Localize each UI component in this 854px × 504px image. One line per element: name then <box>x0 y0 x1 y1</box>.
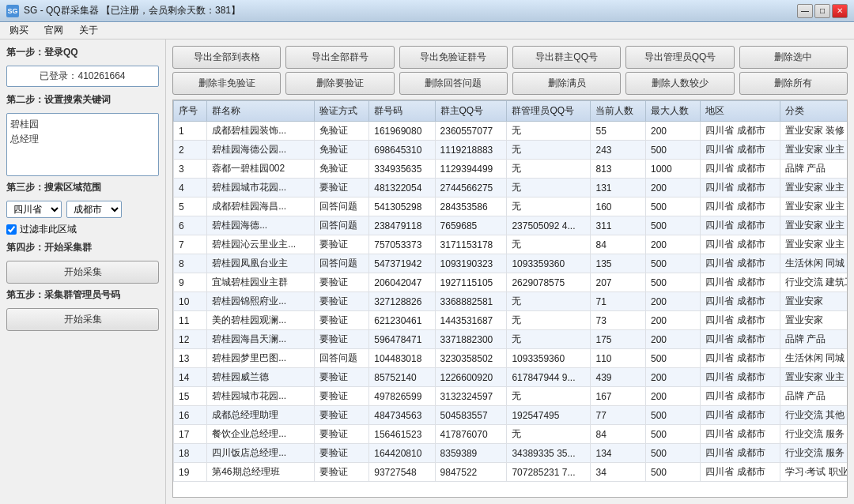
table-cell: 宜城碧桂园业主群 <box>207 273 315 292</box>
table-cell: 500 <box>645 254 701 273</box>
table-cell: 1927115105 <box>435 273 507 292</box>
table-cell: 回答问题 <box>314 197 369 216</box>
table-cell: 200 <box>645 368 701 387</box>
export-owner-btn[interactable]: 导出群主QQ号 <box>512 46 621 69</box>
table-cell: 蓉都一碧桂园002 <box>207 160 315 179</box>
table-cell: 四川省 成都市 <box>701 160 780 179</box>
table-cell: 3171153178 <box>435 235 507 254</box>
table-cell: 四川饭店总经理... <box>207 444 315 463</box>
col-admin: 群管理员QQ号 <box>507 101 591 122</box>
table-cell: 84 <box>591 425 646 444</box>
table-row[interactable]: 3蓉都一碧桂园002免验证3349356351129394499无8131000… <box>174 160 848 179</box>
left-panel: 第一步：登录QQ 已登录：410261664 第二步：设置搜索关键词 碧桂园 总… <box>0 39 166 504</box>
title-bar: SG SG - QQ群采集器 【已注册，会员剩余天数：381】 — □ ✕ <box>0 0 854 22</box>
delete-nonfree-btn[interactable]: 删除非免验证 <box>172 72 281 95</box>
table-cell: 85752140 <box>369 368 435 387</box>
table-cell: 3371882300 <box>435 330 507 349</box>
region-selectors: 四川省 成都市 <box>6 201 159 218</box>
keyword-textarea[interactable]: 碧桂园 总经理 <box>6 113 159 176</box>
table-cell: 要验证 <box>314 311 369 330</box>
menu-website[interactable]: 官网 <box>41 23 66 38</box>
delete-selected-btn[interactable]: 删除选中 <box>739 46 848 69</box>
table-cell: 免验证 <box>314 122 369 141</box>
table-row[interactable]: 1成都碧桂园装饰...免验证1619690802360557077无55200四… <box>174 122 848 141</box>
keyword-line1: 碧桂园 <box>10 117 155 132</box>
table-cell: 要验证 <box>314 444 369 463</box>
table-cell: 无 <box>507 160 591 179</box>
table-cell: 碧桂园海德... <box>207 216 315 235</box>
delete-all-btn[interactable]: 删除所有 <box>739 72 848 95</box>
table-cell: 无 <box>507 122 591 141</box>
table-cell: 481322054 <box>369 179 435 197</box>
delete-answer-btn[interactable]: 删除回答问题 <box>399 72 508 95</box>
table-cell: 餐饮企业总经理... <box>207 425 315 444</box>
table-row[interactable]: 12碧桂园海昌天澜...要验证5964784713371882300无17520… <box>174 330 848 349</box>
table-row[interactable]: 8碧桂园凤凰台业主回答问题547371942109319032310933593… <box>174 254 848 273</box>
table-cell: 417876070 <box>435 425 507 444</box>
table-row[interactable]: 18四川饭店总经理...要验证164420810835938934389335 … <box>174 444 848 463</box>
export-all-table-btn[interactable]: 导出全部到表格 <box>172 46 281 69</box>
city-select[interactable]: 成都市 <box>66 201 122 218</box>
table-cell: 无 <box>507 179 591 197</box>
table-cell: 第46期总经理班 <box>207 463 315 482</box>
col-category: 分类 <box>780 101 848 122</box>
export-noverify-btn[interactable]: 导出免验证群号 <box>399 46 508 69</box>
table-header-row: 序号 群名称 验证方式 群号码 群主QQ号 群管理员QQ号 当前人数 最大人数 … <box>174 101 848 122</box>
table-cell: 成都总经理助理 <box>207 406 315 425</box>
table-cell: 四川省 成都市 <box>701 368 780 387</box>
table-row[interactable]: 16成都总经理助理要验证4847345635045835571925474957… <box>174 406 848 425</box>
delete-few-btn[interactable]: 删除人数较少 <box>625 72 734 95</box>
table-row[interactable]: 2碧桂园海德公园...免验证6986453101119218883无243500… <box>174 141 848 160</box>
delete-verify-btn[interactable]: 删除要验证 <box>285 72 394 95</box>
table-cell: 504583557 <box>435 406 507 425</box>
table-cell: 500 <box>645 349 701 368</box>
table-cell: 回答问题 <box>314 216 369 235</box>
table-cell: 238479118 <box>369 216 435 235</box>
menu-buy[interactable]: 购买 <box>6 23 32 38</box>
table-cell: 置业安家 <box>780 311 848 330</box>
province-select[interactable]: 四川省 <box>6 201 62 218</box>
table-cell: 置业安家 业主 <box>780 216 848 235</box>
table-cell: 500 <box>645 425 701 444</box>
table-row[interactable]: 13碧桂园梦里巴图...回答问题104483018323035850210933… <box>174 349 848 368</box>
table-row[interactable]: 7碧桂园沁云里业主...要验证7570533733171153178无84200… <box>174 235 848 254</box>
table-row[interactable]: 14碧桂园威兰德要验证857521401226600920617847944 9… <box>174 368 848 387</box>
table-cell: 73 <box>591 311 646 330</box>
table-cell: 无 <box>507 141 591 160</box>
table-row[interactable]: 9宜城碧桂园业主群要验证2060420471927115105262907857… <box>174 273 848 292</box>
export-all-group-btn[interactable]: 导出全部群号 <box>285 46 394 69</box>
table-cell: 2744566275 <box>435 179 507 197</box>
step4-start-button[interactable]: 开始采集 <box>6 261 159 284</box>
table-row[interactable]: 17餐饮企业总经理...要验证156461523417876070无84500四… <box>174 425 848 444</box>
table-cell: 行业交流 服务 <box>780 425 848 444</box>
table-cell: 四川省 成都市 <box>701 425 780 444</box>
table-row[interactable]: 11美的碧桂园观澜...要验证6212304611443531687无73200… <box>174 311 848 330</box>
table-cell: 四川省 成都市 <box>701 273 780 292</box>
export-admin-btn[interactable]: 导出管理员QQ号 <box>625 46 734 69</box>
table-cell: 160 <box>591 197 646 216</box>
col-max: 最大人数 <box>645 101 701 122</box>
col-region: 地区 <box>701 101 780 122</box>
table-row[interactable]: 15碧桂园城市花园...要验证4978265993132324597无16720… <box>174 387 848 406</box>
data-table-container[interactable]: 序号 群名称 验证方式 群号码 群主QQ号 群管理员QQ号 当前人数 最大人数 … <box>172 100 848 498</box>
table-row[interactable]: 5成都碧桂园海昌...回答问题541305298284353586无160500… <box>174 197 848 216</box>
table-cell: 碧桂园凤凰台业主 <box>207 254 315 273</box>
table-row[interactable]: 19第46期总经理班要验证937275489847522707285231 7.… <box>174 463 848 482</box>
filter-checkbox[interactable] <box>6 224 17 235</box>
menu-about[interactable]: 关于 <box>76 23 101 38</box>
table-cell: 置业安家 业主 <box>780 197 848 216</box>
window-controls[interactable]: — □ ✕ <box>797 4 848 18</box>
table-cell: 1093190323 <box>435 254 507 273</box>
table-row[interactable]: 6碧桂园海德...回答问题2384791187659685237505092 4… <box>174 216 848 235</box>
col-name: 群名称 <box>207 101 315 122</box>
step5-start-button[interactable]: 开始采集 <box>6 308 159 331</box>
maximize-button[interactable]: □ <box>814 4 830 18</box>
close-button[interactable]: ✕ <box>832 4 848 18</box>
step3-label: 第三步：搜索区域范围 <box>6 181 159 194</box>
delete-full-btn[interactable]: 删除满员 <box>512 72 621 95</box>
login-status: 已登录：410261664 <box>6 66 159 87</box>
table-row[interactable]: 4碧桂园城市花园...要验证4813220542744566275无131200… <box>174 179 848 197</box>
table-row[interactable]: 10碧桂园锦熙府业...要验证3271288263368882581无71200… <box>174 292 848 311</box>
minimize-button[interactable]: — <box>797 4 813 18</box>
table-cell: 617847944 9... <box>507 368 591 387</box>
